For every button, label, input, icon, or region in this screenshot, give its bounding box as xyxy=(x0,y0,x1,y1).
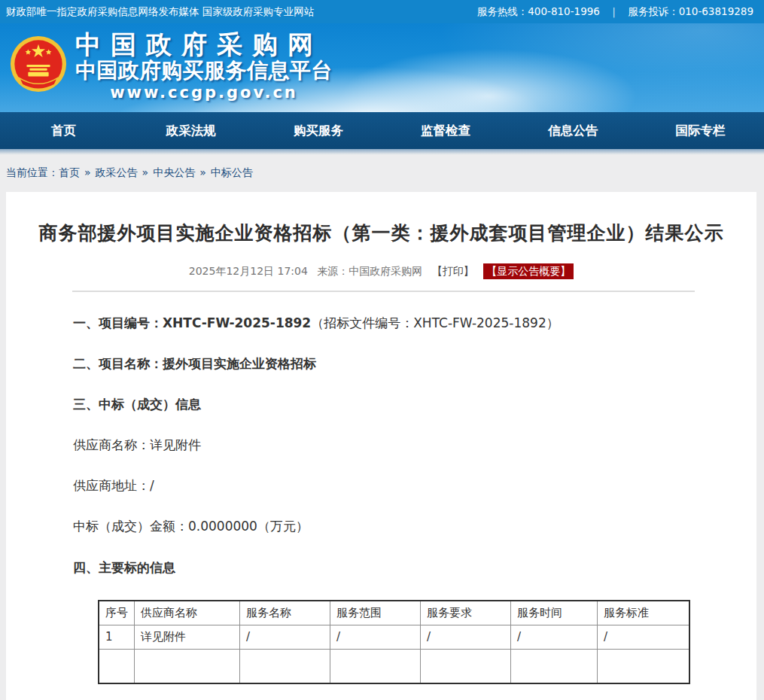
topbar-separator: ｜ xyxy=(609,5,619,19)
nav-item-international[interactable]: 国际专栏 xyxy=(637,112,764,149)
breadcrumb-label: 当前位置： xyxy=(6,166,59,178)
breadcrumb-central[interactable]: 中央公告 xyxy=(153,166,195,178)
nav-item-announcements[interactable]: 信息公告 xyxy=(510,112,637,149)
paragraph-award-info-heading: 三、中标（成交）信息 xyxy=(73,396,693,412)
article-meta: 2025年12月12日 17:04 来源：中国政府采购网 【打印】 【显示公告概… xyxy=(6,265,756,278)
main-nav: 首页 政采法规 购买服务 监督检查 信息公告 国际专栏 xyxy=(0,112,764,149)
table-row: 1 详见附件 / / / / / xyxy=(99,625,689,649)
paragraph-award-amount: 中标（成交）金额：0.0000000（万元） xyxy=(73,518,693,534)
media-statement: 财政部唯一指定政府采购信息网络发布媒体 国家级政府采购专业网站 xyxy=(6,5,314,19)
nav-item-purchase[interactable]: 购买服务 xyxy=(254,112,382,149)
service-hotline: 服务热线：400-810-1996 xyxy=(477,5,600,19)
nav-item-regulations[interactable]: 政采法规 xyxy=(127,112,254,149)
print-button[interactable]: 【打印】 xyxy=(432,265,474,277)
paragraph-project-name: 二、项目名称：援外项目实施企业资格招标 xyxy=(73,355,693,372)
paragraph-supplier-address: 供应商地址：/ xyxy=(73,477,693,494)
col-header-service-req: 服务要求 xyxy=(421,601,511,625)
col-header-seq: 序号 xyxy=(99,601,135,625)
site-header: 中国政府采购网 中国政府购买服务信息平台 www.ccgp.gov.cn xyxy=(0,23,764,112)
breadcrumb-separator: » xyxy=(84,166,91,178)
page-title: 商务部援外项目实施企业资格招标（第一类：援外成套项目管理企业）结果公示 xyxy=(6,221,756,245)
article-source: 来源：中国政府采购网 xyxy=(317,265,422,277)
article-panel: 商务部援外项目实施企业资格招标（第一类：援外成套项目管理企业）结果公示 2025… xyxy=(6,192,756,700)
table-row-empty xyxy=(99,649,689,683)
col-header-supplier: 供应商名称 xyxy=(135,601,240,625)
nav-shadow xyxy=(0,149,764,155)
site-subtitle: 中国政府购买服务信息平台 xyxy=(75,59,333,83)
site-url: www.ccgp.gov.cn xyxy=(75,83,333,102)
paragraph-project-number: 一、项目编号：XHTC-FW-2025-1892（招标文件编号：XHTC-FW-… xyxy=(73,315,693,331)
service-complaint: 服务投诉：010-63819289 xyxy=(628,5,753,19)
site-name: 中国政府采购网 xyxy=(75,30,333,59)
col-header-service-scope: 服务范围 xyxy=(330,601,421,625)
breadcrumb-home[interactable]: 首页 xyxy=(59,166,80,178)
breadcrumb-separator: » xyxy=(199,166,206,178)
subject-info-table: 序号 供应商名称 服务名称 服务范围 服务要求 服务时间 服务标准 1 详见附件… xyxy=(98,600,690,685)
site-logo[interactable]: 中国政府采购网 中国政府购买服务信息平台 www.ccgp.gov.cn xyxy=(9,30,333,102)
top-info-bar: 财政部唯一指定政府采购信息网络发布媒体 国家级政府采购专业网站 服务热线：400… xyxy=(0,0,764,23)
breadcrumb-zhengcai[interactable]: 政采公告 xyxy=(96,166,138,178)
subject-info-table-wrap: 序号 供应商名称 服务名称 服务范围 服务要求 服务时间 服务标准 1 详见附件… xyxy=(98,600,693,685)
breadcrumb: 当前位置：首页»政采公告»中央公告»中标公告 xyxy=(0,155,764,192)
paragraph-main-subject-heading: 四、主要标的信息 xyxy=(73,559,693,576)
breadcrumb-zhongbiao[interactable]: 中标公告 xyxy=(211,166,253,178)
nav-item-supervision[interactable]: 监督检查 xyxy=(382,112,510,149)
col-header-service-std: 服务标准 xyxy=(598,601,689,625)
show-summary-button[interactable]: 【显示公告概要】 xyxy=(483,263,574,279)
breadcrumb-separator: » xyxy=(142,166,149,178)
publish-datetime: 2025年12月12日 17:04 xyxy=(189,265,308,277)
paragraph-supplier-name: 供应商名称：详见附件 xyxy=(73,437,693,453)
table-header-row: 序号 供应商名称 服务名称 服务范围 服务要求 服务时间 服务标准 xyxy=(99,601,689,625)
national-emblem-icon xyxy=(9,35,68,93)
col-header-service-name: 服务名称 xyxy=(240,601,330,625)
article-body: 一、项目编号：XHTC-FW-2025-1892（招标文件编号：XHTC-FW-… xyxy=(6,292,756,684)
nav-item-home[interactable]: 首页 xyxy=(0,112,127,149)
col-header-service-time: 服务时间 xyxy=(511,601,598,625)
